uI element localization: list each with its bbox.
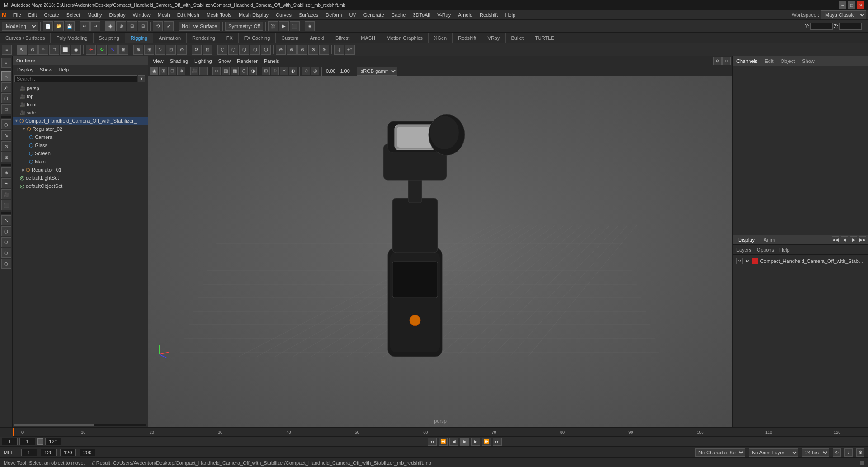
menu-mesh-display[interactable]: Mesh Display — [235, 11, 272, 19]
vp-btn1[interactable]: ⊙ — [713, 57, 722, 65]
menu-generate[interactable]: Generate — [360, 11, 388, 19]
curve-btn[interactable]: ∿ — [1, 130, 11, 140]
tab-poly-modeling[interactable]: Poly Modeling — [51, 33, 93, 43]
plus-icon[interactable]: + — [334, 45, 344, 55]
icon-group1[interactable]: ⬡ — [217, 45, 227, 55]
menu-arnold[interactable]: Arnold — [454, 11, 476, 19]
tab-redshift[interactable]: Redshift — [453, 33, 482, 43]
undo-btn[interactable]: ↩ — [80, 21, 90, 31]
tree-item-front[interactable]: 🎥 front — [13, 100, 148, 109]
maximize-button[interactable]: □ — [848, 1, 855, 9]
soft-select[interactable]: ◉ — [71, 45, 81, 55]
outliner-display-menu[interactable]: Display — [14, 67, 36, 73]
tab-rendering[interactable]: Rendering — [187, 33, 221, 43]
timeline-settings-btn[interactable]: ⚙ — [856, 448, 864, 457]
menu-edit-mesh[interactable]: Edit Mesh — [174, 11, 203, 19]
vp-light-btn[interactable]: ☀ — [280, 67, 288, 75]
menu-mesh[interactable]: Mesh — [154, 11, 174, 19]
vp-lighting-menu[interactable]: Lighting — [192, 57, 215, 65]
snap-icon5[interactable]: ⊛ — [319, 45, 329, 55]
tree-item-defaultlightset[interactable]: ◎ defaultLightSet — [13, 174, 148, 182]
move-tool-icon[interactable]: ✛ — [86, 45, 96, 55]
sculpt-btn[interactable]: ⬡ — [1, 93, 11, 103]
outliner-search-input[interactable] — [14, 75, 137, 82]
rotate-tool-icon[interactable]: ↻ — [97, 45, 107, 55]
menu-edit[interactable]: Edit — [25, 11, 41, 19]
select-by-comp[interactable]: ⬜ — [60, 45, 70, 55]
tree-item-camera[interactable]: ⬡ Camera — [13, 133, 148, 141]
vp-shading4[interactable]: ⬡ — [240, 67, 248, 75]
menu-deform[interactable]: Deform — [322, 11, 345, 19]
menu-file[interactable]: File — [9, 11, 25, 19]
layer-scroll-right[interactable]: ▶ — [850, 236, 857, 243]
vp-shading2[interactable]: ▥ — [222, 67, 230, 75]
current-frame-input[interactable] — [2, 438, 18, 445]
scale-snap-btn[interactable]: ⤢ — [164, 21, 174, 31]
anim-end-input[interactable] — [80, 449, 95, 456]
vp-shading3[interactable]: ▦ — [231, 67, 239, 75]
sound-btn[interactable]: ♪ — [844, 448, 853, 457]
camera-btn[interactable]: 🎥 — [1, 189, 11, 199]
prev-frame-btn[interactable]: ◀ — [449, 438, 458, 446]
tree-item-regulator01[interactable]: ▶ ⬡ Regulator_01 — [13, 166, 148, 174]
shape-btn[interactable]: □ — [1, 104, 11, 114]
icon-group5[interactable]: ⬡ — [261, 45, 271, 55]
tab-fx[interactable]: FX — [221, 33, 239, 43]
step-forward-btn[interactable]: ⏩ — [482, 438, 491, 446]
snap-icon4[interactable]: ⊗ — [308, 45, 318, 55]
layer-scroll-left-left[interactable]: ◀◀ — [832, 236, 839, 243]
menu-redshift[interactable]: Redshift — [476, 11, 501, 19]
play-btn[interactable]: ▶ — [460, 438, 469, 446]
end-frame-input[interactable] — [45, 438, 61, 445]
range-start-input[interactable] — [21, 449, 37, 456]
status-expand-btn[interactable] — [860, 461, 864, 465]
redo-btn[interactable]: ↪ — [90, 21, 100, 31]
channels-tab[interactable]: Channels — [736, 58, 757, 64]
vp-renderer-menu[interactable]: Renderer — [234, 57, 260, 65]
render1-btn[interactable]: 🎬 — [268, 21, 278, 31]
toggle1-btn[interactable]: ◈ — [305, 21, 315, 31]
help-layers-menu[interactable]: Help — [778, 247, 792, 253]
outliner-help-menu[interactable]: Help — [56, 67, 72, 73]
vp-tb4[interactable]: ⊕ — [177, 67, 185, 75]
step-back-btn[interactable]: ⏪ — [439, 438, 448, 446]
timeline-track[interactable]: 0 10 20 30 40 50 60 70 80 90 100 110 120 — [13, 428, 868, 436]
tree-item-defaultobjectset[interactable]: ◎ defaultObjectSet — [13, 182, 148, 190]
menu-curves[interactable]: Curves — [272, 11, 295, 19]
vp-tb3[interactable]: ⊟ — [168, 67, 176, 75]
tree-item-main[interactable]: ⬡ Main — [13, 157, 148, 166]
snap-icon2[interactable]: ⊕ — [287, 45, 297, 55]
paint-btn[interactable]: 🖌 — [1, 82, 11, 92]
save-file-btn[interactable]: 💾 — [65, 21, 75, 31]
snap-curve[interactable]: ∿ — [155, 45, 165, 55]
plus2-icon[interactable]: +⁺ — [345, 45, 355, 55]
measure-btn[interactable]: ⊕ — [1, 167, 11, 177]
show-menu-right[interactable]: Show — [802, 58, 815, 64]
layer-v-btn[interactable]: V — [736, 258, 743, 264]
display-tab[interactable]: Display — [735, 236, 758, 243]
snap-point[interactable]: ⊡ — [166, 45, 176, 55]
fx-btn[interactable]: ⬡ — [1, 259, 11, 269]
object-menu-right[interactable]: Object — [780, 58, 795, 64]
layer-item-compact[interactable]: V P Compact_Handheld_Camera_Off_with_Sta… — [735, 257, 866, 266]
tree-item-glass[interactable]: ⬡ Glass — [13, 141, 148, 149]
select-by-obj[interactable]: □ — [49, 45, 59, 55]
icon-group3[interactable]: ⬡ — [239, 45, 249, 55]
range-max-input[interactable] — [60, 449, 76, 456]
graph-btn[interactable]: ⬡ — [1, 226, 11, 236]
tab-xgen[interactable]: XGen — [429, 33, 453, 43]
vp-tb1[interactable]: ◉ — [150, 67, 158, 75]
tab-arnold[interactable]: Arnold — [304, 33, 330, 43]
tab-vray[interactable]: VRay — [482, 33, 506, 43]
tab-curves-surfaces[interactable]: Curves / Surfaces — [0, 33, 51, 43]
no-live-surface-btn[interactable]: No Live Surface — [179, 22, 220, 31]
start-frame-input[interactable] — [19, 438, 35, 445]
vis-btn[interactable]: ⬡ — [1, 237, 11, 247]
tab-sculpting[interactable]: Sculpting — [94, 33, 125, 43]
menu-help[interactable]: Help — [501, 11, 519, 19]
menu-window[interactable]: Window — [129, 11, 154, 19]
vp-shading1[interactable]: □ — [212, 67, 221, 75]
menu-modify[interactable]: Modify — [84, 11, 105, 19]
symmetry-off-btn[interactable]: Symmetry: Off — [225, 22, 263, 31]
close-button[interactable]: ✕ — [857, 1, 864, 9]
